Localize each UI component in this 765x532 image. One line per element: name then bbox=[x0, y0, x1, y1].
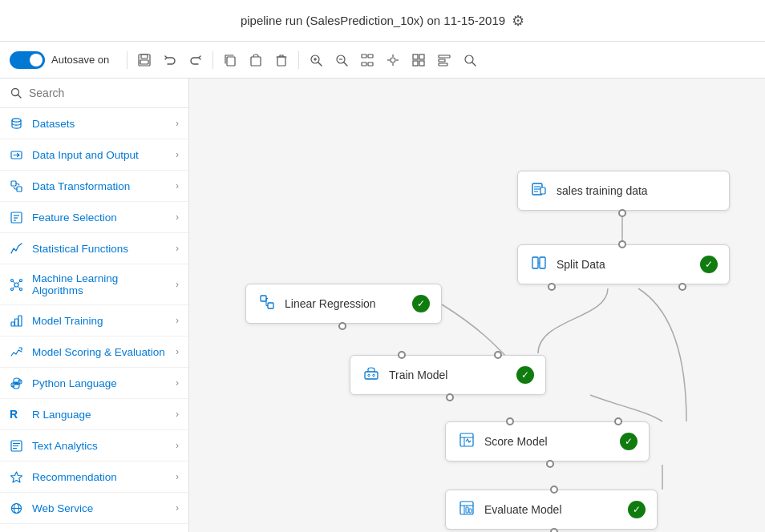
linear-regression-bottom-dot bbox=[338, 322, 346, 330]
sidebar-item-recommendation-label: Recommendation bbox=[32, 471, 168, 483]
svg-line-32 bbox=[18, 95, 22, 99]
sidebar-item-model-scoring[interactable]: Model Scoring & Evaluation › bbox=[0, 337, 188, 368]
undo-button[interactable] bbox=[158, 48, 182, 72]
node-train-model[interactable]: Train Model ✓ bbox=[350, 355, 546, 395]
zoom-in-button[interactable] bbox=[304, 48, 328, 72]
sidebar-item-text-analytics-label: Text Analytics bbox=[32, 440, 168, 452]
model-scoring-arrow-icon: › bbox=[176, 346, 179, 357]
svg-rect-24 bbox=[413, 61, 418, 66]
node-linear-regression-label: Linear Regression bbox=[285, 297, 376, 310]
save-button[interactable] bbox=[132, 48, 156, 72]
statistical-functions-arrow-icon: › bbox=[176, 243, 179, 254]
sidebar-item-r-language[interactable]: R R Language › bbox=[0, 399, 188, 430]
ml-algorithms-arrow-icon: › bbox=[176, 279, 179, 290]
sidebar-item-model-training[interactable]: Model Training › bbox=[0, 305, 188, 337]
score-model-top-left-dot bbox=[506, 417, 514, 425]
statistical-functions-icon bbox=[10, 241, 24, 256]
svg-rect-70 bbox=[268, 303, 273, 308]
node-sales-training-data[interactable]: sales training data bbox=[517, 171, 730, 211]
sidebar-item-python[interactable]: Python Language › bbox=[0, 368, 188, 399]
evaluate-model-check: ✓ bbox=[628, 501, 646, 518]
data-input-output-icon bbox=[10, 147, 24, 162]
train-model-check: ✓ bbox=[516, 366, 534, 384]
paste-button[interactable] bbox=[244, 48, 268, 72]
copy-button[interactable] bbox=[218, 48, 242, 72]
sidebar-item-ml-algorithms-label: Machine Learning Algorithms bbox=[32, 272, 168, 296]
sales-training-data-icon bbox=[529, 181, 548, 201]
node-evaluate-model-label: Evaluate Model bbox=[484, 503, 562, 516]
autosave-toggle[interactable]: Autosave on bbox=[10, 51, 109, 69]
sales-training-data-bottom-dot bbox=[618, 209, 626, 217]
train-model-top-right-dot bbox=[494, 351, 502, 359]
svg-rect-84 bbox=[469, 509, 472, 513]
sidebar-item-data-input-output-label: Data Input and Output bbox=[32, 149, 168, 161]
svg-rect-5 bbox=[277, 57, 285, 66]
feature-selection-icon bbox=[10, 210, 24, 224]
svg-point-75 bbox=[368, 374, 370, 376]
sidebar-item-statistical-functions[interactable]: Statistical Functions › bbox=[0, 233, 188, 264]
svg-rect-36 bbox=[17, 187, 22, 191]
split-data-icon bbox=[529, 255, 548, 275]
delete-button[interactable] bbox=[269, 48, 293, 72]
sidebar-item-web-service[interactable]: Web Service › bbox=[0, 493, 188, 524]
svg-rect-50 bbox=[11, 322, 14, 326]
canvas[interactable]: sales training data Split Data ✓ Linear … bbox=[189, 79, 765, 532]
node-score-model[interactable]: Score Model ✓ bbox=[445, 421, 650, 461]
search-input[interactable] bbox=[29, 87, 179, 99]
svg-rect-51 bbox=[15, 319, 18, 326]
sidebar-item-ml-algorithms[interactable]: Machine Learning Algorithms › bbox=[0, 264, 188, 305]
svg-point-44 bbox=[11, 288, 14, 290]
toggle-switch[interactable] bbox=[10, 51, 45, 69]
evaluate-model-bottom-dot bbox=[550, 528, 558, 532]
node-split-data[interactable]: Split Data ✓ bbox=[517, 244, 730, 284]
node-linear-regression[interactable]: Linear Regression ✓ bbox=[245, 284, 442, 324]
zoom-out-button[interactable] bbox=[330, 48, 354, 72]
svg-rect-15 bbox=[362, 62, 366, 66]
main-layout: Datasets › Data Input and Output › Data … bbox=[0, 79, 765, 532]
sidebar-item-python-label: Python Language bbox=[32, 377, 168, 389]
grid-button[interactable] bbox=[407, 48, 431, 72]
sidebar-item-datasets[interactable]: Datasets › bbox=[0, 108, 188, 139]
layout-button[interactable] bbox=[432, 48, 456, 72]
sidebar-item-statistical-functions-label: Statistical Functions bbox=[32, 243, 168, 255]
svg-point-45 bbox=[20, 288, 22, 290]
svg-line-30 bbox=[472, 62, 476, 66]
score-model-icon bbox=[457, 432, 476, 452]
svg-marker-57 bbox=[11, 472, 22, 482]
toolbar: Autosave on bbox=[0, 42, 765, 79]
svg-line-47 bbox=[18, 281, 20, 284]
sidebar-item-text-analytics[interactable]: Text Analytics › bbox=[0, 430, 188, 461]
settings-icon[interactable]: ⚙ bbox=[512, 12, 524, 30]
linear-regression-icon bbox=[257, 294, 277, 314]
node-score-model-label: Score Model bbox=[484, 435, 548, 448]
sidebar-item-data-transformation[interactable]: Data Transformation › bbox=[0, 171, 188, 202]
node-split-data-label: Split Data bbox=[557, 258, 605, 271]
fit-button[interactable] bbox=[355, 48, 379, 72]
autosave-label: Autosave on bbox=[51, 54, 109, 66]
text-analytics-icon bbox=[10, 438, 24, 453]
svg-rect-14 bbox=[368, 54, 373, 58]
sidebar-item-data-input-output[interactable]: Data Input and Output › bbox=[0, 139, 188, 171]
split-data-bottom-left-dot bbox=[548, 283, 556, 291]
sidebar-item-recommendation[interactable]: Recommendation › bbox=[0, 461, 188, 493]
score-model-top-right-dot bbox=[614, 417, 622, 425]
sidebar: Datasets › Data Input and Output › Data … bbox=[0, 79, 189, 532]
recommendation-arrow-icon: › bbox=[176, 471, 179, 482]
node-evaluate-model[interactable]: Evaluate Model ✓ bbox=[445, 490, 658, 530]
sidebar-item-feature-selection[interactable]: Feature Selection › bbox=[0, 202, 188, 233]
toolbar-separator-2 bbox=[212, 51, 213, 69]
search-box[interactable] bbox=[0, 79, 188, 108]
sidebar-item-datasets-label: Datasets bbox=[32, 118, 168, 130]
redo-button[interactable] bbox=[184, 48, 208, 72]
pipeline-title: pipeline run (SalesPrediction_10x) on 11… bbox=[241, 14, 505, 27]
svg-rect-83 bbox=[466, 507, 468, 513]
datasets-icon bbox=[10, 116, 24, 131]
center-button[interactable] bbox=[381, 48, 405, 72]
svg-line-46 bbox=[13, 281, 15, 284]
search-toolbar-button[interactable] bbox=[458, 48, 482, 72]
data-input-output-arrow-icon: › bbox=[176, 149, 179, 160]
svg-point-17 bbox=[391, 58, 395, 62]
ml-algorithms-icon bbox=[10, 277, 24, 292]
linear-regression-check-icon: ✓ bbox=[412, 295, 430, 312]
sidebar-item-r-language-label: R Language bbox=[32, 409, 168, 421]
